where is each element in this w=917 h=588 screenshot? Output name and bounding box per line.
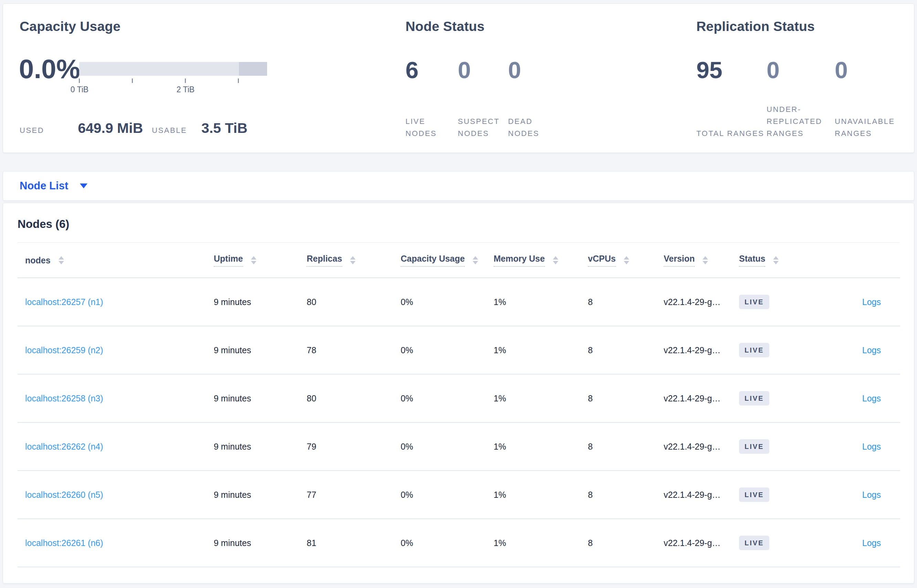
uptime-cell: 9 minutes xyxy=(214,490,251,499)
table-row: localhost:26259 (n2)9 minutes780%1%8v22.… xyxy=(18,326,900,374)
capacity-usage-cell-cell: 0% xyxy=(401,374,494,422)
replicas-cell: 81 xyxy=(307,538,316,548)
version-cell: v22.1.4-29-g… xyxy=(664,442,720,451)
axis-tick xyxy=(79,79,80,83)
status-badge-cell: LIVE xyxy=(739,519,818,567)
column-header-status[interactable]: Status xyxy=(739,243,818,278)
table-row: localhost:26258 (n3)9 minutes800%1%8v22.… xyxy=(18,374,900,422)
logs-link[interactable]: Logs xyxy=(862,490,881,499)
logs-link-cell: Logs xyxy=(818,326,900,374)
suspect-nodes-value: 0 xyxy=(458,58,508,82)
column-header-replicas[interactable]: Replicas xyxy=(307,243,401,278)
capacity-usage-cell-cell: 0% xyxy=(401,471,494,519)
column-header-capacity-usage[interactable]: Capacity Usage xyxy=(401,243,494,278)
replicas-cell: 78 xyxy=(307,345,316,355)
uptime-cell-cell: 9 minutes xyxy=(214,278,307,326)
version-cell-cell: v22.1.4-29-g… xyxy=(664,471,739,519)
node-link[interactable]: localhost:26260 (n5) xyxy=(25,490,103,499)
axis-tick-label: 2 TiB xyxy=(165,85,206,94)
version-cell: v22.1.4-29-g… xyxy=(664,297,720,307)
node-link[interactable]: localhost:26258 (n3) xyxy=(25,394,103,403)
logs-link[interactable]: Logs xyxy=(862,394,881,403)
logs-link[interactable]: Logs xyxy=(862,345,881,355)
replicas-cell-cell: 81 xyxy=(307,519,401,567)
caret-down-icon[interactable] xyxy=(80,184,87,188)
table-row: localhost:26260 (n5)9 minutes770%1%8v22.… xyxy=(18,471,900,519)
replicas-cell: 80 xyxy=(307,394,316,403)
sort-icon[interactable] xyxy=(58,256,64,264)
status-badge: LIVE xyxy=(739,536,769,550)
memory-use-cell-cell: 1% xyxy=(494,422,588,471)
view-selector-bar: Node List xyxy=(3,171,914,201)
sort-icon[interactable] xyxy=(773,256,779,264)
sort-icon[interactable] xyxy=(702,256,708,264)
status-badge-cell: LIVE xyxy=(739,374,818,422)
memory-use-cell-cell: 1% xyxy=(494,471,588,519)
column-header-version[interactable]: Version xyxy=(664,243,739,278)
status-badge: LIVE xyxy=(739,343,769,357)
capacity-usage-cell-cell: 0% xyxy=(401,422,494,471)
uptime-cell: 9 minutes xyxy=(214,394,251,403)
column-label: Version xyxy=(664,254,695,267)
node-list-dropdown[interactable]: Node List xyxy=(19,180,68,192)
under-replicated-stat: 0 UNDER-REPLICATED RANGES xyxy=(767,58,835,139)
column-label: Uptime xyxy=(214,254,243,267)
status-badge: LIVE xyxy=(739,488,769,502)
memory-use-cell-cell: 1% xyxy=(494,278,588,326)
column-label: vCPUs xyxy=(588,254,616,267)
table-row: localhost:26261 (n6)9 minutes810%1%8v22.… xyxy=(18,519,900,567)
version-cell-cell: v22.1.4-29-g… xyxy=(664,374,739,422)
total-ranges-label: TOTAL RANGES xyxy=(696,128,767,139)
sort-icon[interactable] xyxy=(553,256,558,264)
column-header-vcpus[interactable]: vCPUs xyxy=(588,243,664,278)
nodes-table-heading: Nodes (6) xyxy=(18,203,899,231)
total-ranges-stat: 95 TOTAL RANGES xyxy=(696,58,767,139)
axis-tick xyxy=(132,79,133,83)
usable-label: USABLE xyxy=(152,126,187,135)
live-nodes-label: LIVE NODES xyxy=(405,115,458,139)
sort-icon[interactable] xyxy=(473,256,478,264)
column-header-memory-use[interactable]: Memory Use xyxy=(494,243,588,278)
status-badge-cell: LIVE xyxy=(739,326,818,374)
memory-use-cell: 1% xyxy=(494,490,506,499)
suspect-nodes-stat: 0 SUSPECT NODES xyxy=(458,58,508,139)
sort-icon[interactable] xyxy=(350,256,355,264)
suspect-nodes-label: SUSPECT NODES xyxy=(458,115,508,139)
memory-use-cell-cell: 1% xyxy=(494,374,588,422)
under-replicated-label: UNDER-REPLICATED RANGES xyxy=(767,103,835,139)
table-row: localhost:26262 (n4)9 minutes790%1%8v22.… xyxy=(18,422,900,471)
capacity-usage-cell: 0% xyxy=(401,442,413,451)
logs-link[interactable]: Logs xyxy=(862,297,881,307)
node-link-cell: localhost:26259 (n2) xyxy=(18,326,214,374)
node-link[interactable]: localhost:26262 (n4) xyxy=(25,442,103,451)
node-link[interactable]: localhost:26261 (n6) xyxy=(25,538,103,548)
sort-icon[interactable] xyxy=(624,256,629,264)
column-header-uptime[interactable]: Uptime xyxy=(214,243,307,278)
unavailable-ranges-label: UNAVAILABLE RANGES xyxy=(835,115,909,139)
version-cell-cell: v22.1.4-29-g… xyxy=(664,422,739,471)
version-cell: v22.1.4-29-g… xyxy=(664,538,720,548)
node-link-cell: localhost:26261 (n6) xyxy=(18,519,214,567)
node-link[interactable]: localhost:26259 (n2) xyxy=(25,345,103,355)
uptime-cell: 9 minutes xyxy=(214,538,251,548)
dead-nodes-value: 0 xyxy=(508,58,567,82)
column-header-nodes[interactable]: nodes xyxy=(18,243,214,278)
replicas-cell-cell: 80 xyxy=(307,374,401,422)
capacity-usage-cell: 0% xyxy=(401,490,413,499)
node-link-cell: localhost:26260 (n5) xyxy=(18,471,214,519)
replication-status-stats: 95 TOTAL RANGES 0 UNDER-REPLICATED RANGE… xyxy=(696,58,909,139)
replicas-cell-cell: 78 xyxy=(307,326,401,374)
logs-link-cell: Logs xyxy=(818,278,900,326)
vcpus-cell-cell: 8 xyxy=(588,278,664,326)
logs-link[interactable]: Logs xyxy=(862,442,881,451)
capacity-usage-cell: 0% xyxy=(401,345,413,355)
version-cell: v22.1.4-29-g… xyxy=(664,394,720,403)
used-value: 649.9 MiB xyxy=(78,120,143,136)
vcpus-cell-cell: 8 xyxy=(588,519,664,567)
replication-status-title: Replication Status xyxy=(696,19,815,34)
capacity-usage-cell: 0% xyxy=(401,297,413,307)
sort-icon[interactable] xyxy=(251,256,257,264)
memory-use-cell: 1% xyxy=(494,297,506,307)
logs-link[interactable]: Logs xyxy=(862,538,881,548)
node-link[interactable]: localhost:26257 (n1) xyxy=(25,297,103,307)
